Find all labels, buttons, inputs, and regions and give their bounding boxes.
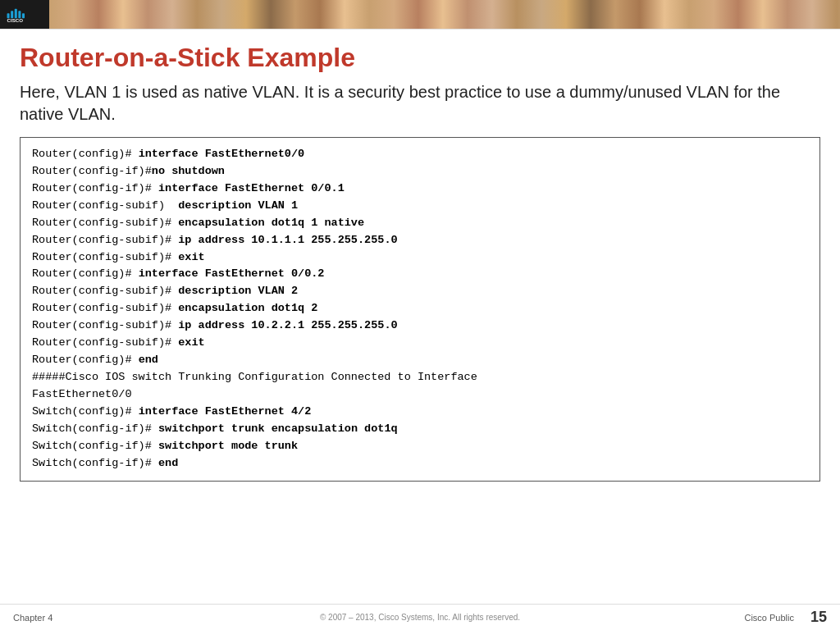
code-line-17: Switch(config-if)# switchport trunk enca… [32, 421, 808, 438]
footer-copyright: © 2007 – 2013, Cisco Systems, Inc. All r… [320, 613, 520, 622]
footer-public-label: Cisco Public [744, 613, 794, 623]
header-bar: CISCO [0, 0, 840, 30]
code-line-8: Router(config)# interface FastEthernet 0… [32, 266, 808, 283]
code-line-2: Router(config-if)#no shutdown [32, 163, 808, 180]
code-line-12: Router(config-subif)# exit [32, 335, 808, 352]
code-line-1: Router(config)# interface FastEthernet0/… [32, 146, 808, 163]
code-line-18: Switch(config-if)# switchport mode trunk [32, 438, 808, 455]
code-line-16: Switch(config)# interface FastEthernet 4… [32, 404, 808, 421]
footer-page-number: 15 [810, 609, 827, 626]
footer: Chapter 4 © 2007 – 2013, Cisco Systems, … [0, 604, 840, 630]
code-line-19: Switch(config-if)# end [32, 455, 808, 472]
footer-chapter: Chapter 4 [13, 613, 52, 623]
code-line-15: FastEthernet0/0 [32, 386, 808, 404]
code-line-11: Router(config-subif)# ip address 10.2.2.… [32, 317, 808, 335]
code-line-4: Router(config-subif) description VLAN 1 [32, 198, 808, 215]
slide-subtitle: Here, VLAN 1 is used as native VLAN. It … [20, 81, 820, 126]
slide-title: Router-on-a-Stick Example [20, 43, 820, 73]
code-box: Router(config)# interface FastEthernet0/… [20, 137, 820, 482]
code-line-6: Router(config-subif)# ip address 10.1.1.… [32, 232, 808, 249]
main-content: Router-on-a-Stick Example Here, VLAN 1 i… [0, 30, 840, 490]
svg-text:CISCO: CISCO [7, 17, 24, 23]
code-line-13: Router(config)# end [32, 352, 808, 369]
code-line-5: Router(config-subif)# encapsulation dot1… [32, 215, 808, 232]
code-line-10: Router(config-subif)# encapsulation dot1… [32, 300, 808, 317]
cisco-logo: CISCO [0, 0, 49, 29]
code-line-9: Router(config-subif)# description VLAN 2 [32, 283, 808, 300]
header-people-strip [49, 0, 840, 29]
code-line-3: Router(config-if)# interface FastEtherne… [32, 180, 808, 198]
code-line-7: Router(config-subif)# exit [32, 249, 808, 267]
code-line-14: #####Cisco IOS switch Trunking Configura… [32, 369, 808, 386]
